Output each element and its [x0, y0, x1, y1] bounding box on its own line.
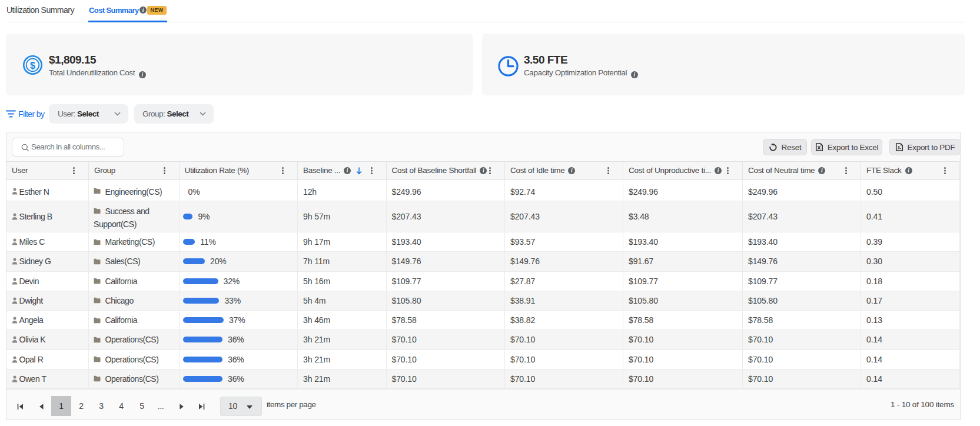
- svg-text:$: $: [30, 61, 35, 71]
